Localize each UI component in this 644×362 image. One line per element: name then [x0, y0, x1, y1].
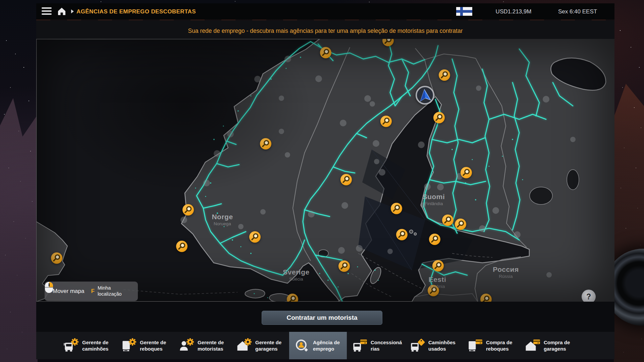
- agency-search-icon: [294, 338, 310, 354]
- undiscovered-city-dot: [308, 211, 315, 218]
- undiscovered-city-dot: [227, 131, 234, 137]
- undiscovered-city-dot: [374, 159, 379, 164]
- undiscovered-city-dot: [279, 129, 284, 134]
- toolbar-item-used-trucks[interactable]: Caminhõesusados: [405, 332, 462, 359]
- agency-marker[interactable]: [249, 231, 261, 243]
- time-display: Sex 6:40 EEST: [541, 8, 614, 15]
- bottom-toolbar: Gerente decaminhões Gerente dereboques G…: [36, 332, 614, 359]
- toolbar-item-trailer-purchase[interactable]: Compra dereboques: [462, 332, 520, 359]
- undiscovered-city-dot: [387, 249, 393, 254]
- toolbar-item-label: Gerente decaminhões: [82, 339, 108, 352]
- toolbar-item-truck-manager[interactable]: Gerente decaminhões: [58, 332, 116, 359]
- undiscovered-city-dot: [570, 137, 576, 142]
- agency-marker[interactable]: [176, 241, 187, 252]
- undiscovered-city-dot: [373, 140, 379, 147]
- toolbar-item-label: Concessionárias: [371, 339, 402, 352]
- undiscovered-city-dot: [284, 56, 291, 62]
- undiscovered-city-dot: [476, 85, 481, 91]
- map-subtitle: Sua rede de emprego - descubra mais agên…: [36, 27, 614, 35]
- toolbar-item-label: Gerente demotoristas: [198, 339, 224, 352]
- toolbar-item-label: Gerente dereboques: [140, 339, 166, 352]
- undiscovered-city-dot: [340, 120, 346, 126]
- truck-roof-strip: [36, 19, 614, 20]
- agency-marker[interactable]: [340, 174, 352, 185]
- finland-flag-icon: [456, 7, 472, 16]
- undiscovered-city-dot: [338, 247, 345, 254]
- agency-marker[interactable]: [461, 167, 472, 178]
- agency-marker[interactable]: [338, 260, 350, 272]
- toolbar-item-label: Gerente degaragens: [255, 339, 281, 352]
- undiscovered-city-dot: [260, 209, 266, 215]
- undiscovered-city-dot: [315, 75, 322, 82]
- help-button[interactable]: ?: [582, 290, 596, 302]
- undiscovered-city-dot: [514, 231, 521, 238]
- undiscovered-city-dot: [543, 96, 549, 103]
- agency-marker[interactable]: [51, 252, 62, 264]
- agency-marker[interactable]: [396, 229, 408, 240]
- page-title: AGÊNCIAS DE EMPREGO DESCOBERTAS: [76, 8, 196, 15]
- agency-marker[interactable]: [380, 116, 392, 127]
- mouse-icon: [45, 282, 54, 294]
- toolbar-item-label: Agência deemprego: [313, 339, 340, 352]
- toolbar-item-job-agency[interactable]: Agência deemprego: [289, 332, 347, 359]
- map-legend: Mover mapa F Minha localização: [45, 282, 138, 301]
- hire-strip: Contratar um motorista: [36, 302, 614, 332]
- undiscovered-city-dot: [379, 169, 385, 176]
- hamburger-menu-icon[interactable]: [42, 7, 52, 15]
- money-display: USD1.213,9M: [480, 8, 547, 15]
- agency-marker[interactable]: [433, 112, 445, 123]
- my-location-label: Minha localização: [98, 285, 130, 297]
- undiscovered-city-dot: [364, 95, 371, 102]
- move-map-label: Mover mapa: [53, 288, 84, 295]
- map-viewport[interactable]: NorgeNoruegaSverigeSuéciaSuomiFinlândiaE…: [36, 39, 614, 302]
- toolbar-item-driver-manager[interactable]: Gerente demotoristas: [174, 332, 231, 359]
- toolbar-item-trailer-manager[interactable]: Gerente dereboques: [116, 332, 174, 359]
- undiscovered-city-dot: [180, 217, 187, 223]
- home-icon[interactable]: [57, 7, 66, 16]
- toolbar-item-garage-purchase[interactable]: Compra degaragens: [520, 332, 578, 359]
- undiscovered-city-dot: [238, 224, 244, 229]
- agency-marker[interactable]: [429, 234, 440, 245]
- agency-marker[interactable]: [439, 69, 450, 81]
- stars-decoration: [0, 0, 1, 1]
- toolbar-item-garage-manager[interactable]: Gerente degaragens: [231, 332, 289, 359]
- undiscovered-city-dot: [437, 184, 444, 190]
- top-bar: AGÊNCIAS DE EMPREGO DESCOBERTAS USD1.213…: [36, 3, 614, 19]
- trailer-card-icon: [467, 338, 483, 354]
- hire-driver-button[interactable]: Contratar um motorista: [262, 311, 382, 325]
- agency-marker[interactable]: [391, 203, 402, 214]
- agency-marker[interactable]: [442, 215, 453, 226]
- undiscovered-city-dot: [479, 225, 486, 232]
- undiscovered-city-dot: [203, 180, 210, 186]
- undiscovered-city-dot: [356, 245, 363, 252]
- agency-marker[interactable]: [182, 204, 194, 216]
- undiscovered-city-dot: [214, 150, 220, 157]
- agency-marker[interactable]: [428, 285, 439, 296]
- undiscovered-city-dot: [492, 207, 499, 214]
- undiscovered-city-dot: [424, 183, 431, 190]
- driver-gear-icon: [178, 338, 195, 354]
- agency-marker[interactable]: [260, 138, 271, 149]
- game-ui-window: AGÊNCIAS DE EMPREGO DESCOBERTAS USD1.213…: [36, 3, 614, 359]
- desktop-background: AGÊNCIAS DE EMPREGO DESCOBERTAS USD1.213…: [0, 0, 644, 362]
- truck-gear-icon: [63, 338, 79, 354]
- mountains-decoration: [0, 87, 38, 362]
- undiscovered-city-dot: [341, 202, 348, 209]
- toolbar-item-dealers[interactable]: Concessionárias: [347, 332, 405, 359]
- undiscovered-city-dot: [254, 76, 261, 82]
- undiscovered-city-dot: [420, 202, 426, 208]
- map-svg: [36, 39, 614, 302]
- subtitle-bar: Sua rede de emprego - descubra mais agên…: [36, 19, 614, 39]
- undiscovered-city-dot: [285, 152, 290, 158]
- home-icon-svg: [57, 7, 66, 16]
- toolbar-item-label: Caminhõesusados: [428, 339, 455, 352]
- agency-marker[interactable]: [455, 219, 466, 230]
- breadcrumb-arrow-icon: [71, 9, 74, 13]
- undiscovered-city-dot: [279, 96, 284, 101]
- truck-tag-icon: [409, 338, 425, 354]
- garage-card-icon: [525, 338, 541, 354]
- undiscovered-city-dot: [418, 141, 425, 148]
- agency-marker[interactable]: [320, 47, 331, 58]
- agency-marker[interactable]: [432, 260, 444, 272]
- garage-gear-icon: [236, 338, 252, 354]
